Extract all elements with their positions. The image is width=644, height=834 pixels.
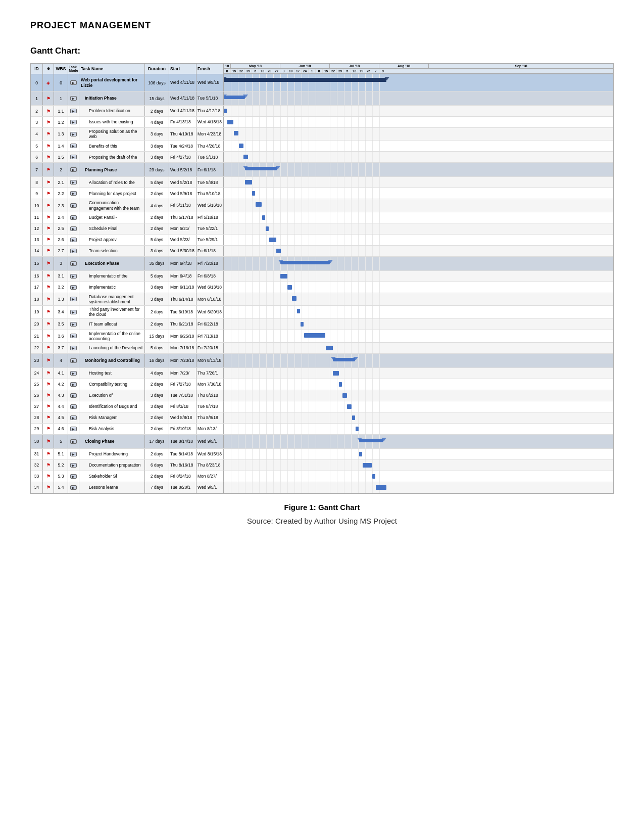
- task-name: Planning for days project: [79, 188, 145, 199]
- task-bar-area: [224, 343, 613, 353]
- task-start: Wed 4/11/18: [169, 74, 196, 91]
- task-bar-area: [224, 306, 613, 318]
- task-id: 19: [31, 306, 43, 318]
- task-id: 23: [31, 354, 43, 367]
- task-start: Wed 5/9/18: [169, 188, 196, 199]
- task-duration: 23 days: [145, 163, 169, 176]
- table-row: 29 ⚑ 4.6 ▶ Risk Analysis 2 days Fri 8/10…: [31, 424, 613, 435]
- figure-caption: Figure 1: Gantt Chart: [30, 503, 614, 512]
- table-row: 9 ⚑ 2.2 ▶ Planning for days project 2 da…: [31, 188, 613, 199]
- task-mode: ▶: [68, 117, 79, 127]
- task-start: Wed 5/2/18: [169, 163, 196, 176]
- task-name: Hosting test: [79, 368, 145, 379]
- task-duration: 5 days: [145, 177, 169, 188]
- task-duration: 2 days: [145, 306, 169, 318]
- task-finish: Mon 8/27/: [196, 471, 224, 482]
- table-row: 12 ⚑ 2.5 ▶ Schedule Final 2 days Mon 5/2…: [31, 223, 613, 235]
- task-id: 18: [31, 293, 43, 305]
- task-id: 13: [31, 235, 43, 245]
- task-finish: Wed 6/20/18: [196, 306, 224, 318]
- table-row: 30 ⚑ 5 ▶ Closing Phase 17 days Tue 8/14/…: [31, 435, 613, 449]
- task-id: 24: [31, 368, 43, 379]
- table-row: 32 ⚑ 5.2 ▶ Documentation preparation 6 d…: [31, 460, 613, 471]
- task-mode: ▶: [68, 449, 79, 459]
- task-mode: ▶: [68, 471, 79, 482]
- task-duration: 3 days: [145, 293, 169, 305]
- task-icon: ⚑: [43, 343, 54, 353]
- task-mode: ▶: [68, 379, 79, 390]
- task-icon: ⚑: [43, 91, 54, 105]
- task-start: Tue 8/28/1: [169, 482, 196, 493]
- task-duration: 2 days: [145, 319, 169, 330]
- task-mode: ▶: [68, 177, 79, 188]
- table-row: 25 ⚑ 4.2 ▶ Compatibility testing 2 days …: [31, 379, 613, 390]
- task-start: Mon 6/25/18: [169, 330, 196, 342]
- task-icon: ⚑: [43, 482, 54, 493]
- task-name: Execution of: [79, 390, 145, 401]
- task-name: Execution Phase: [79, 257, 145, 270]
- task-start: Thu 8/16/18: [169, 460, 196, 471]
- task-id: 4: [31, 128, 43, 140]
- task-id: 9: [31, 188, 43, 199]
- task-duration: 2 days: [145, 449, 169, 459]
- task-bar-area: [224, 177, 613, 188]
- task-mode: ▶: [68, 271, 79, 282]
- task-id: 6: [31, 152, 43, 162]
- task-name: Web portal development for Lizzie: [79, 74, 145, 91]
- task-duration: 3 days: [145, 390, 169, 401]
- col-header-wbs: WBS: [54, 64, 68, 74]
- task-start: Thu 4/19/18: [169, 128, 196, 140]
- table-row: 34 ⚑ 5.4 ▶ Lessons learne 7 days Tue 8/2…: [31, 482, 613, 493]
- task-mode: ▶: [68, 235, 79, 245]
- task-icon: ⚑: [43, 152, 54, 162]
- task-bar-area: [224, 424, 613, 434]
- figure-source: Source: Created by Author Using MS Proje…: [30, 517, 614, 525]
- task-finish: Thu 8/23/18: [196, 460, 224, 471]
- table-row: 20 ⚑ 3.5 ▶ IT team allocat 2 days Thu 6/…: [31, 319, 613, 330]
- task-bar-area: [224, 117, 613, 127]
- task-mode: ▶: [68, 306, 79, 318]
- task-name: Stakeholder Sl: [79, 471, 145, 482]
- task-id: 26: [31, 390, 43, 401]
- task-start: Mon 6/11/18: [169, 282, 196, 293]
- task-wbs: 2.4: [54, 212, 68, 223]
- col-header-start: Start: [169, 64, 196, 74]
- task-id: 14: [31, 246, 43, 256]
- table-row: 8 ⚑ 2.1 ▶ Allocation of roles to the 5 d…: [31, 177, 613, 188]
- task-bar-area: [224, 141, 613, 151]
- task-finish: Thu 5/10/18: [196, 188, 224, 199]
- task-duration: 3 days: [145, 152, 169, 162]
- task-id: 17: [31, 282, 43, 293]
- task-icon: ⚑: [43, 354, 54, 367]
- task-bar-area: [224, 235, 613, 245]
- task-icon: ⚑: [43, 199, 54, 211]
- table-row: 24 ⚑ 4.1 ▶ Hosting test 4 days Mon 7/23/…: [31, 368, 613, 379]
- task-name: Lessons learne: [79, 482, 145, 493]
- table-row: 6 ⚑ 1.5 ▶ Proposing the draft of the 3 d…: [31, 152, 613, 163]
- task-wbs: 3.3: [54, 293, 68, 305]
- task-name: Monitoring and Controlling: [79, 354, 145, 367]
- table-row: 7 ⚑ 2 ▶ Planning Phase 23 days Wed 5/2/1…: [31, 163, 613, 177]
- task-finish: Fri 6/1/18: [196, 246, 224, 256]
- task-mode: ▶: [68, 163, 79, 176]
- task-mode: ▶: [68, 354, 79, 367]
- task-wbs: 1.3: [54, 128, 68, 140]
- task-wbs: 2.7: [54, 246, 68, 256]
- table-row: 1 ⚑ 1 ▶ Initiation Phase 15 days Wed 4/1…: [31, 91, 613, 106]
- task-start: Tue 8/14/18: [169, 435, 196, 448]
- task-name: Launching of the Developed: [79, 343, 145, 353]
- task-start: Fri 4/27/18: [169, 152, 196, 162]
- task-bar-area: [224, 401, 613, 412]
- task-bar-area: [224, 435, 613, 448]
- task-icon: ⚑: [43, 177, 54, 188]
- task-mode: ▶: [68, 106, 79, 116]
- task-name: Issues with the existing: [79, 117, 145, 127]
- task-name: Implementatic: [79, 282, 145, 293]
- task-finish: Tue 8/7/18: [196, 401, 224, 412]
- task-id: 8: [31, 177, 43, 188]
- task-duration: 15 days: [145, 91, 169, 105]
- task-bar-area: [224, 246, 613, 256]
- task-mode: ▶: [68, 199, 79, 211]
- task-start: Tue 8/14/18: [169, 449, 196, 459]
- task-name: Schedule Final: [79, 223, 145, 234]
